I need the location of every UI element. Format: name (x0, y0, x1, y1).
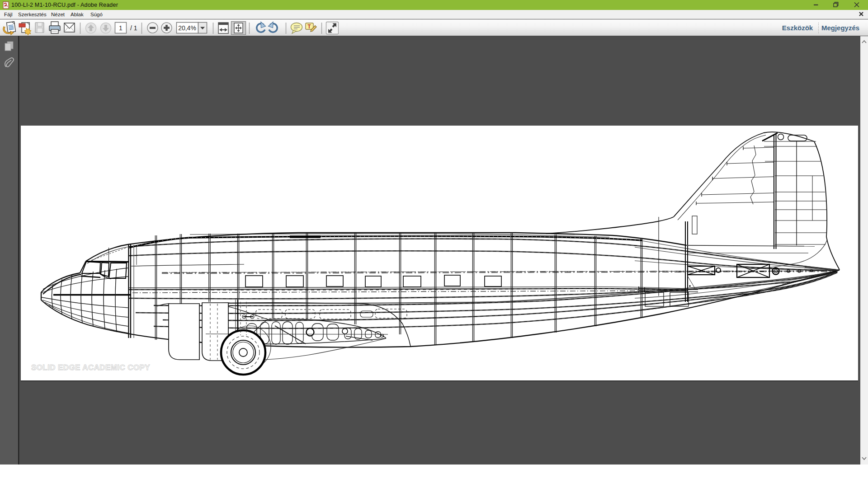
svg-text:SOLID EDGE ACADEMIC COPY: SOLID EDGE ACADEMIC COPY (31, 363, 150, 372)
svg-text:/ 1: / 1 (130, 24, 137, 32)
svg-text:1: 1 (119, 24, 123, 32)
svg-text:Megjegyzés: Megjegyzés (821, 24, 859, 32)
svg-text:20,4%: 20,4% (178, 24, 196, 32)
svg-text:T: T (307, 23, 311, 30)
svg-text:Eszközök: Eszközök (782, 24, 813, 32)
